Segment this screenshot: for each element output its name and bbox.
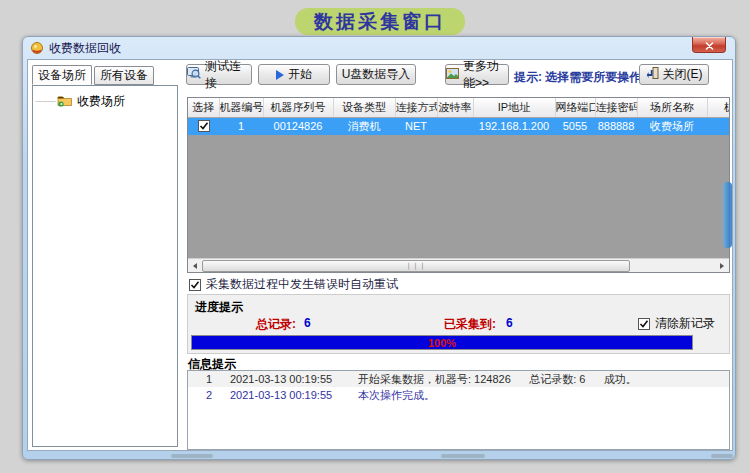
col-password[interactable]: 连接密码 <box>595 98 637 117</box>
tab-label: 设备场所 <box>38 67 86 84</box>
col-serial[interactable]: 机器序列号 <box>263 98 333 117</box>
list-item[interactable]: 2 2021-03-13 00:19:55 本次操作完成。 <box>188 387 729 403</box>
folder-icon <box>57 94 73 110</box>
cell-serial: 00124826 <box>263 117 333 135</box>
cell-password: 888888 <box>595 117 637 135</box>
cell-device-type: 消费机 <box>333 117 395 135</box>
grid-horizontal-scrollbar[interactable]: ❘❘❘ <box>188 258 729 272</box>
start-button[interactable]: 开始 <box>258 64 330 85</box>
device-grid-viewport: 选择 机器编号 机器序列号 设备类型 连接方式 波特率 IP地址 网络端口 连接… <box>188 98 729 135</box>
col-select[interactable]: 选择 <box>188 98 219 117</box>
col-connect-mode[interactable]: 连接方式 <box>395 98 437 117</box>
statusbar-mark <box>711 454 733 458</box>
log-timestamp: 2021-03-13 00:19:55 <box>230 389 358 401</box>
auto-retry-label: 采集数据过程中发生错误时自动重试 <box>206 276 398 293</box>
progress-group-label: 进度提示 <box>195 299 243 316</box>
right-arrow-icon <box>720 263 724 269</box>
close-window-label: 关闭(E) <box>663 66 703 83</box>
auto-retry-option[interactable]: 采集数据过程中发生错误时自动重试 <box>189 276 398 293</box>
close-window-button[interactable]: 关闭(E) <box>639 64 709 85</box>
app-icon <box>30 41 44 55</box>
col-machine[interactable]: 机器 <box>707 98 729 117</box>
grid-header-row: 选择 机器编号 机器序列号 设备类型 连接方式 波特率 IP地址 网络端口 连接… <box>188 98 729 117</box>
desktop-background: 数据采集窗口 收费数据回收 设备场所 所有 <box>0 0 750 473</box>
log-message: 开始采集数据，机器号: 124826 总记录数: 6 成功。 <box>358 372 637 387</box>
window-client-area: 设备场所 所有设备 ┄┄┄┄ 收费场所 <box>27 59 733 451</box>
cell-baud <box>437 117 473 135</box>
exit-door-icon <box>646 67 659 82</box>
window-border-accent <box>723 182 732 248</box>
scroll-right-arrow[interactable] <box>715 259 729 272</box>
total-records-value: 6 <box>304 316 311 330</box>
list-item[interactable]: 1 2021-03-13 00:19:55 开始采集数据，机器号: 124826… <box>188 371 729 387</box>
log-timestamp: 2021-03-13 00:19:55 <box>230 373 358 385</box>
cell-port: 5055 <box>555 117 595 135</box>
page-title: 数据采集窗口 <box>295 8 465 35</box>
usb-import-label: U盘数据导入 <box>342 66 411 83</box>
tab-device-place[interactable]: 设备场所 <box>32 65 92 85</box>
scroll-left-arrow[interactable] <box>188 259 202 272</box>
grid-empty-area <box>188 135 729 259</box>
play-icon <box>276 70 284 80</box>
tab-all-devices[interactable]: 所有设备 <box>94 66 154 85</box>
collected-label: 已采集到: <box>444 316 496 333</box>
tree-branch-line: ┄┄┄┄ <box>35 96 55 107</box>
col-ip[interactable]: IP地址 <box>473 98 555 117</box>
cell-place: 收费场所 <box>637 117 707 135</box>
window-title: 收费数据回收 <box>49 40 121 57</box>
scrollbar-thumb[interactable]: ❘❘❘ <box>202 260 630 272</box>
usb-import-button[interactable]: U盘数据导入 <box>336 64 416 85</box>
cell-machine-no: 1 <box>219 117 263 135</box>
col-baud[interactable]: 波特率 <box>437 98 473 117</box>
col-machine-no[interactable]: 机器编号 <box>219 98 263 117</box>
cell-ip: 192.168.1.200 <box>473 117 555 135</box>
log-index: 2 <box>188 389 230 401</box>
tree-item-place[interactable]: ┄┄┄┄ 收费场所 <box>35 93 177 110</box>
total-records-label: 总记录: <box>256 316 296 333</box>
monitor-search-icon <box>187 67 201 82</box>
progress-percent-text: 100% <box>428 337 456 349</box>
cell-connect-mode: NET <box>395 117 437 135</box>
col-device-type[interactable]: 设备类型 <box>333 98 395 117</box>
log-index: 1 <box>188 373 230 385</box>
info-log-list[interactable]: 1 2021-03-13 00:19:55 开始采集数据，机器号: 124826… <box>187 370 730 450</box>
app-window: 收费数据回收 设备场所 所有设备 ┄┄┄┄ <box>22 36 736 460</box>
progress-bar-fill: 100% <box>192 336 692 349</box>
scrollbar-grip-icon: ❘❘❘ <box>406 262 427 270</box>
progress-group: 进度提示 总记录: 6 已采集到: 6 清除新记录 100% <box>187 294 730 354</box>
row-checkbox[interactable] <box>198 120 210 132</box>
clear-new-records-option[interactable]: 清除新记录 <box>638 315 715 332</box>
progress-bar: 100% <box>191 335 693 350</box>
window-titlebar[interactable]: 收费数据回收 <box>23 37 735 59</box>
close-icon <box>705 36 714 54</box>
test-connection-button[interactable]: 测试连接 <box>186 64 252 85</box>
auto-retry-checkbox[interactable] <box>189 279 201 291</box>
log-message: 本次操作完成。 <box>358 388 435 403</box>
tab-label: 所有设备 <box>100 67 148 84</box>
device-tree: ┄┄┄┄ 收费场所 <box>32 85 178 447</box>
statusbar-mark <box>441 454 485 458</box>
tree-item-label: 收费场所 <box>77 93 125 110</box>
clear-new-records-label: 清除新记录 <box>655 315 715 332</box>
row-select-cell[interactable] <box>188 117 219 135</box>
collected-value: 6 <box>506 316 513 330</box>
test-connection-label: 测试连接 <box>205 58 251 92</box>
device-grid: 选择 机器编号 机器序列号 设备类型 连接方式 波特率 IP地址 网络端口 连接… <box>187 97 730 273</box>
picture-icon <box>446 68 459 82</box>
cell-extra <box>707 117 729 135</box>
statusbar-mark <box>171 454 213 458</box>
col-port[interactable]: 网络端口 <box>555 98 595 117</box>
clear-new-records-checkbox[interactable] <box>638 318 650 330</box>
more-functions-label: 更多功能>> <box>463 58 508 92</box>
table-row[interactable]: 1 00124826 消费机 NET 192.168.1.200 5055 88… <box>188 117 729 135</box>
more-functions-button[interactable]: 更多功能>> <box>445 64 509 85</box>
left-arrow-icon <box>193 263 197 269</box>
start-label: 开始 <box>288 66 312 83</box>
col-place[interactable]: 场所名称 <box>637 98 707 117</box>
window-close-button[interactable] <box>692 37 726 53</box>
